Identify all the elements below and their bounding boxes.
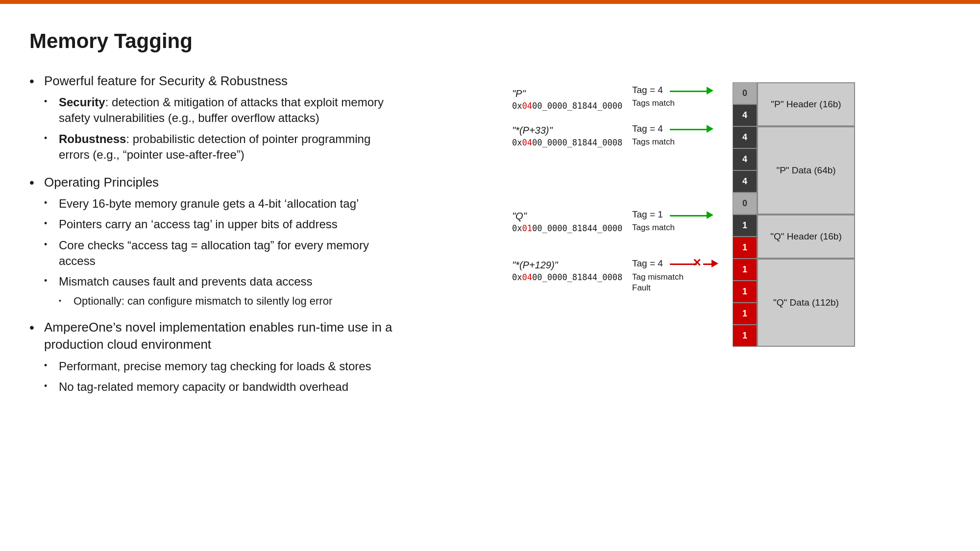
annot-q-label: "Q" [512,210,630,222]
annot-q-match: Tags match [632,223,706,233]
two-column-layout: Powerful feature for Security & Robustne… [29,72,951,455]
tag-cell-1-q4: 1 [733,281,757,303]
mismatch-text: Mismatch causes fault and prevents data … [59,275,313,288]
mem-block-q-data: "Q" Data (112b) [757,259,855,347]
sub-bullet-list-2: Every 16-byte memory granule gets a 4-bi… [44,196,397,309]
slide-title: Memory Tagging [29,29,951,53]
annot-p129-addr: 0x0400_0000_81844_0008 [512,272,630,282]
sub-bullet-2-4: Mismatch causes fault and prevents data … [44,274,397,308]
memory-diagram: 0 4 4 4 4 0 1 1 1 1 1 1 [512,82,855,455]
arrow-head-p129 [711,260,718,267]
main-bullet-list: Powerful feature for Security & Robustne… [29,72,397,395]
annot-p: "P" 0x0400_0000_81844_0000 [512,87,630,111]
robustness-bold: Robustness [59,132,126,145]
top-bar [0,0,980,4]
tag-cell-1-q2: 1 [733,237,757,259]
bullet-2-text: Operating Principles [44,175,159,190]
mem-block-p-data: "P" Data (64b) [757,126,855,215]
mem-block-q-header: "Q" Header (16b) [757,215,855,259]
annot-p33-addr: 0x0400_0000_81844_0008 [512,138,630,147]
annot-p33-match: Tags match [632,137,706,147]
bullet-2: Operating Principles Every 16-byte memor… [29,174,397,309]
tag-cell-1-q3: 1 [733,259,757,281]
arrow-p33 [670,129,708,130]
tag-cell-0-gap: 0 [733,192,757,215]
sub-bullet-1-1: Security: detection & mitigation of atta… [44,95,397,126]
arrow-q [670,215,708,216]
left-column: Powerful feature for Security & Robustne… [29,72,397,455]
tag-cell-1-q1: 1 [733,215,757,237]
sub-bullet-3-1: Performant, precise memory tag checking … [44,359,397,374]
security-bold: Security [59,96,105,109]
x-mark: ✕ [692,257,701,269]
bullet-1: Powerful feature for Security & Robustne… [29,72,397,163]
tag-cell-4-p1: 4 [733,104,757,126]
annot-p33-tag: Tag = 4 Tags match [632,123,706,147]
tag-cell-0-p-header: 0 [733,82,757,104]
tag-cell-1-q5: 1 [733,303,757,325]
sub-bullet-3-2: No tag-related memory capacity or bandwi… [44,379,397,395]
annot-p129: "*(P+129)" 0x0400_0000_81844_0008 [512,259,630,282]
bullet-1-text: Powerful feature for Security & Robustne… [44,73,288,88]
annot-q-tag: Tag = 1 Tags match [632,209,706,233]
tag-cell-4-p2: 4 [733,126,757,148]
annot-p-label: "P" [512,87,630,100]
arrow-head-p33 [707,125,713,133]
tag-cell-4-p3: 4 [733,148,757,170]
arrow-p [670,91,708,92]
annot-p-tag: Tag = 4 Tags match [632,84,706,108]
arrow-head-p [707,87,713,95]
bullet-3: AmpereOne’s novel implementation enables… [29,319,397,395]
sub-bullet-list-1: Security: detection & mitigation of atta… [44,95,397,163]
security-text: : detection & mitigation of attacks that… [59,96,384,124]
sub-bullet-2-2: Pointers carry an ‘access tag’ in upper … [44,216,397,232]
annot-p-addr: 0x0400_0000_81844_0000 [512,101,630,111]
sub-bullet-list-3: Performant, precise memory tag checking … [44,359,397,395]
annot-p129-label: "*(P+129)" [512,259,630,271]
annot-q: "Q" 0x0100_0000_81844_0000 [512,210,630,233]
annot-p33-label: "*(P+33)" [512,124,630,137]
bullet-3-text: AmpereOne’s novel implementation enables… [44,320,392,352]
sub-sub-bullet-1: Optionally: can configure mismatch to si… [59,294,397,309]
tag-cell-4-p4: 4 [733,170,757,192]
sub-sub-bullet-list: Optionally: can configure mismatch to si… [59,294,397,309]
slide-content: Memory Tagging Powerful feature for Secu… [29,20,951,531]
sub-bullet-1-2: Robustness: probabilistic detection of p… [44,131,397,163]
sub-bullet-2-3: Core checks “access tag = allocation tag… [44,238,397,269]
tag-cell-1-q6: 1 [733,325,757,347]
annot-p129-mismatch: Tag mismatchFault [632,272,710,293]
right-column: 0 4 4 4 4 0 1 1 1 1 1 1 [416,72,951,455]
sub-bullet-2-1: Every 16-byte memory granule gets a 4-bi… [44,196,397,212]
mem-block-p-header: "P" Header (16b) [757,82,855,126]
annot-p-match: Tags match [632,98,706,108]
arrow-head-q [707,211,713,219]
annot-p33: "*(P+33)" 0x0400_0000_81844_0008 [512,124,630,147]
annot-q-addr: 0x0100_0000_81844_0000 [512,223,630,233]
